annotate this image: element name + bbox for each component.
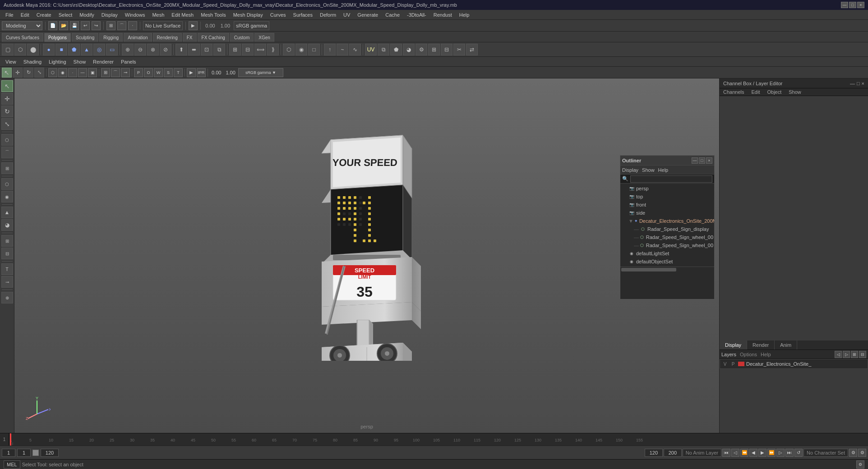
next-key-btn[interactable]: ⏩ xyxy=(767,449,776,457)
cb-tab-channels[interactable]: Channels xyxy=(721,89,746,95)
cam-persp-btn[interactable]: P xyxy=(134,68,143,77)
cut-sew-btn[interactable]: ✂ xyxy=(453,44,465,55)
timeline-ruler[interactable]: 1 5 10 15 20 25 30 35 40 45 50 55 60 65 … xyxy=(9,433,868,446)
separate-btn[interactable]: ⊖ xyxy=(134,44,146,55)
lasso-tool-btn[interactable]: ⬡ xyxy=(14,44,26,55)
collapse-btn[interactable]: ⟫ xyxy=(267,44,279,55)
uv-editor-btn[interactable]: UV xyxy=(365,44,377,55)
tab-sculpting[interactable]: Sculpting xyxy=(72,33,98,42)
status-right-btn[interactable]: ⚙ xyxy=(856,460,864,469)
loop-btn[interactable]: ↺ xyxy=(794,449,803,457)
menu-mesh-tools[interactable]: Mesh Tools xyxy=(197,10,229,19)
new-scene-btn[interactable]: 📄 xyxy=(48,21,57,30)
menu-generate[interactable]: Generate xyxy=(354,10,382,19)
layer-btn1[interactable]: ◁ xyxy=(835,351,842,358)
outliner-menu-help[interactable]: Help xyxy=(658,167,669,173)
frame-end-input[interactable] xyxy=(41,449,59,457)
outliner-item-radar1[interactable]: — ⬡ Radar_Speed_Sign_display xyxy=(621,225,713,233)
outliner-item-radar3[interactable]: — ⬡ Radar_Speed_Sign_wheel_00 xyxy=(621,241,713,249)
script-mode-label[interactable]: MEL xyxy=(4,460,20,469)
menu-display[interactable]: Display xyxy=(98,10,121,19)
menu-edit-mesh[interactable]: Edit Mesh xyxy=(168,10,197,19)
layout-btn[interactable]: ⊟ xyxy=(441,44,452,55)
planar-proj-btn[interactable]: ⧉ xyxy=(378,44,389,55)
render-btn2[interactable]: ▶ xyxy=(187,68,196,77)
menu-lighting[interactable]: Lighting xyxy=(45,57,70,66)
unfold-btn[interactable]: ⊞ xyxy=(428,44,440,55)
cylindrical-proj-btn[interactable]: ⬟ xyxy=(390,44,402,55)
tab-polygons[interactable]: Polygons xyxy=(44,33,71,42)
outliner-close-btn[interactable]: × xyxy=(706,157,712,164)
plane-btn[interactable]: ▭ xyxy=(106,44,118,55)
rp-tab-display[interactable]: Display xyxy=(720,340,747,349)
range-end-input[interactable] xyxy=(645,449,663,457)
combine-btn[interactable]: ⊕ xyxy=(122,44,134,55)
outliner-item-group[interactable]: ▼ ✦ Decatur_Electronics_OnSite_200M xyxy=(621,217,713,225)
outliner-max-btn[interactable]: □ xyxy=(699,157,705,164)
soft-select[interactable]: ⌒ xyxy=(111,68,120,77)
rotate-mode-btn[interactable]: ↻ xyxy=(1,106,13,117)
tab-curves-surfaces[interactable]: Curves Surfaces xyxy=(2,33,43,42)
extrude-btn[interactable]: ⬆ xyxy=(175,44,187,55)
smooth-shading-btn[interactable]: S xyxy=(164,68,173,77)
cb-tab-object[interactable]: Object xyxy=(765,89,783,95)
menu-renderer[interactable]: Renderer xyxy=(89,57,117,66)
insert-loop-btn[interactable]: ⊞ xyxy=(229,44,241,55)
outliner-scroll-thumb[interactable] xyxy=(621,268,676,271)
range-max-input[interactable] xyxy=(664,449,682,457)
smooth-sculpt-btn[interactable]: ◕ xyxy=(1,219,13,231)
cb-win-close[interactable]: × xyxy=(862,81,864,86)
mirror-btn[interactable]: ⧉ xyxy=(213,44,225,55)
outliner-menu-show[interactable]: Show xyxy=(642,167,655,173)
menu-file[interactable]: File xyxy=(2,10,17,19)
undo-btn[interactable]: ↩ xyxy=(81,21,90,30)
texture-btn[interactable]: T xyxy=(174,68,183,77)
menu-shading[interactable]: Shading xyxy=(20,57,45,66)
rotate-tool[interactable]: ↻ xyxy=(23,68,33,78)
torus-btn[interactable]: ◎ xyxy=(93,44,105,55)
outliner-item-front[interactable]: 📷 front xyxy=(621,201,713,209)
prev-frame-btn[interactable]: ◁ xyxy=(731,449,739,457)
soft-sel-btn[interactable]: ⌒ xyxy=(1,147,13,158)
tab-fx-caching[interactable]: FX Caching xyxy=(198,33,229,42)
extra-btn1[interactable]: ⊕ xyxy=(1,292,13,303)
snap-point-btn[interactable]: · xyxy=(128,21,137,30)
tab-xgen[interactable]: XGen xyxy=(254,33,274,42)
measure-btn[interactable]: ⊸ xyxy=(1,276,13,288)
redo-btn[interactable]: ↪ xyxy=(92,21,101,30)
scale-mode-btn[interactable]: ⤡ xyxy=(1,118,13,130)
layer-btn4[interactable]: ⊟ xyxy=(859,351,866,358)
menu-help[interactable]: Help xyxy=(456,10,473,19)
menu-3dto[interactable]: -3DtoAll- xyxy=(403,10,430,19)
face-mode-btn[interactable]: ▣ xyxy=(88,68,97,77)
scale-tool[interactable]: ⤡ xyxy=(34,68,44,78)
layer-btn3[interactable]: ⊞ xyxy=(851,351,858,358)
move-tool[interactable]: ✛ xyxy=(13,68,23,78)
outliner-item-lightset[interactable]: ◉ defaultLightSet xyxy=(621,249,713,257)
frame-start-input[interactable] xyxy=(2,449,15,457)
menu-view[interactable]: View xyxy=(2,57,20,66)
snap-toggle[interactable]: ⊞ xyxy=(101,68,110,77)
outliner-content[interactable]: 📷 persp 📷 top 📷 front 📷 side ▼ xyxy=(620,184,714,267)
menu-surfaces[interactable]: Surfaces xyxy=(290,10,316,19)
grid2-btn[interactable]: ⊟ xyxy=(1,248,13,259)
viewport[interactable]: YOUR SPEED xyxy=(14,78,719,433)
vertex-normal-btn[interactable]: ↑ xyxy=(324,44,336,55)
crease-btn[interactable]: ∿ xyxy=(349,44,361,55)
minimize-button[interactable]: — xyxy=(841,2,848,8)
universal-manip-btn[interactable]: ⬡ xyxy=(1,134,13,146)
outliner-menu-display[interactable]: Display xyxy=(622,167,638,173)
menu-mesh-display[interactable]: Mesh Display xyxy=(230,10,267,19)
outliner-search-input[interactable] xyxy=(630,175,712,183)
gamma-select[interactable]: sRGB gamma ▼ xyxy=(238,68,283,77)
boolean-btn[interactable]: ⊘ xyxy=(160,44,171,55)
rp-tab-anim[interactable]: Anim xyxy=(775,340,797,349)
skip-end-btn[interactable]: ⏭ xyxy=(785,449,794,457)
frame-current-input[interactable] xyxy=(17,449,31,457)
bridge-btn[interactable]: ⬌ xyxy=(188,44,200,55)
cone-btn[interactable]: ▲ xyxy=(81,44,92,55)
outliner-item-radar2[interactable]: — ⬡ Radar_Speed_Sign_wheel_00 xyxy=(621,233,713,241)
anim-extra-btn[interactable]: ⚙ xyxy=(858,449,866,457)
next-frame-btn[interactable]: ▷ xyxy=(776,449,785,457)
anim-settings-btn[interactable]: ⚙ xyxy=(849,449,857,457)
